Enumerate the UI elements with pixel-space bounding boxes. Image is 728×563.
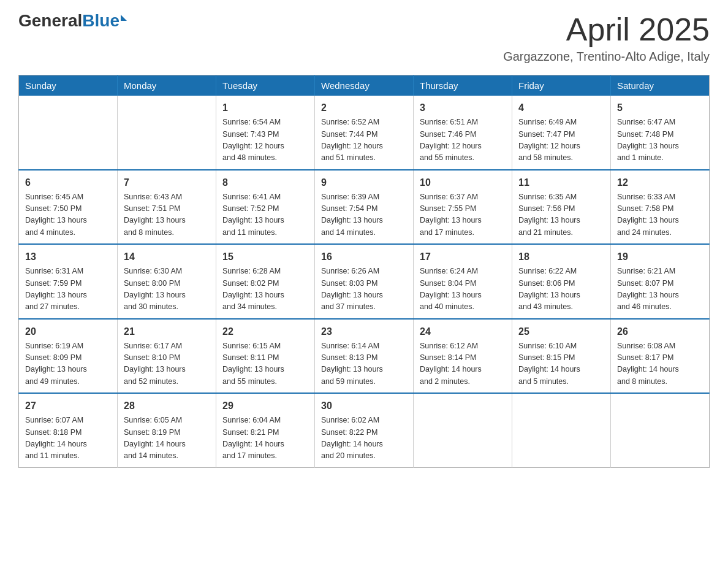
day-number: 28 <box>124 399 210 413</box>
calendar-table: SundayMondayTuesdayWednesdayThursdayFrid… <box>18 75 710 468</box>
day-info: Sunrise: 6:30 AM Sunset: 8:00 PM Dayligh… <box>124 266 210 313</box>
calendar-cell: 6Sunrise: 6:45 AM Sunset: 7:50 PM Daylig… <box>19 170 118 245</box>
day-info: Sunrise: 6:41 AM Sunset: 7:52 PM Dayligh… <box>222 191 308 239</box>
day-info: Sunrise: 6:17 AM Sunset: 8:10 PM Dayligh… <box>124 340 210 388</box>
page-subtitle: Gargazzone, Trentino-Alto Adige, Italy <box>503 50 710 64</box>
calendar-cell: 4Sunrise: 6:49 AM Sunset: 7:47 PM Daylig… <box>512 96 611 170</box>
day-info: Sunrise: 6:52 AM Sunset: 7:44 PM Dayligh… <box>321 117 407 164</box>
week-row-3: 13Sunrise: 6:31 AM Sunset: 7:59 PM Dayli… <box>19 244 710 319</box>
day-number: 10 <box>420 175 506 190</box>
day-number: 19 <box>617 250 703 264</box>
calendar-cell: 23Sunrise: 6:14 AM Sunset: 8:13 PM Dayli… <box>315 319 414 394</box>
calendar-cell: 10Sunrise: 6:37 AM Sunset: 7:55 PM Dayli… <box>414 170 512 245</box>
day-number: 11 <box>518 175 604 190</box>
calendar-cell: 2Sunrise: 6:52 AM Sunset: 7:44 PM Daylig… <box>315 96 414 170</box>
day-info: Sunrise: 6:15 AM Sunset: 8:11 PM Dayligh… <box>222 340 308 388</box>
day-number: 21 <box>124 324 210 339</box>
day-number: 24 <box>420 324 506 339</box>
calendar-cell: 5Sunrise: 6:47 AM Sunset: 7:48 PM Daylig… <box>611 96 710 170</box>
calendar-cell: 8Sunrise: 6:41 AM Sunset: 7:52 PM Daylig… <box>216 170 315 245</box>
day-info: Sunrise: 6:37 AM Sunset: 7:55 PM Dayligh… <box>420 191 506 239</box>
day-info: Sunrise: 6:35 AM Sunset: 7:56 PM Dayligh… <box>518 191 604 239</box>
day-number: 17 <box>420 250 506 264</box>
calendar-body: 1Sunrise: 6:54 AM Sunset: 7:43 PM Daylig… <box>19 96 710 467</box>
day-info: Sunrise: 6:54 AM Sunset: 7:43 PM Dayligh… <box>222 117 308 164</box>
calendar-cell: 22Sunrise: 6:15 AM Sunset: 8:11 PM Dayli… <box>216 319 315 394</box>
day-info: Sunrise: 6:51 AM Sunset: 7:46 PM Dayligh… <box>420 117 506 164</box>
day-number: 1 <box>222 101 308 115</box>
logo-general: General <box>18 12 82 29</box>
day-info: Sunrise: 6:08 AM Sunset: 8:17 PM Dayligh… <box>617 340 703 388</box>
week-row-5: 27Sunrise: 6:07 AM Sunset: 8:18 PM Dayli… <box>19 393 710 467</box>
calendar-cell: 16Sunrise: 6:26 AM Sunset: 8:03 PM Dayli… <box>315 244 414 319</box>
calendar-cell <box>512 393 611 467</box>
day-number: 30 <box>321 399 407 413</box>
day-number: 29 <box>222 399 308 413</box>
day-info: Sunrise: 6:47 AM Sunset: 7:48 PM Dayligh… <box>617 117 703 164</box>
calendar-cell: 24Sunrise: 6:12 AM Sunset: 8:14 PM Dayli… <box>414 319 512 394</box>
logo-blue-text: Blue <box>82 12 119 29</box>
day-number: 5 <box>617 101 703 115</box>
day-info: Sunrise: 6:19 AM Sunset: 8:09 PM Dayligh… <box>25 340 111 388</box>
day-header-wednesday: Wednesday <box>315 75 414 96</box>
day-number: 6 <box>25 175 111 190</box>
day-info: Sunrise: 6:05 AM Sunset: 8:19 PM Dayligh… <box>124 415 210 462</box>
day-info: Sunrise: 6:07 AM Sunset: 8:18 PM Dayligh… <box>25 415 111 462</box>
calendar-cell: 27Sunrise: 6:07 AM Sunset: 8:18 PM Dayli… <box>19 393 118 467</box>
day-header-friday: Friday <box>512 75 611 96</box>
day-info: Sunrise: 6:22 AM Sunset: 8:06 PM Dayligh… <box>518 266 604 313</box>
day-info: Sunrise: 6:12 AM Sunset: 8:14 PM Dayligh… <box>420 340 506 388</box>
day-info: Sunrise: 6:02 AM Sunset: 8:22 PM Dayligh… <box>321 415 407 462</box>
day-info: Sunrise: 6:49 AM Sunset: 7:47 PM Dayligh… <box>518 117 604 164</box>
day-info: Sunrise: 6:45 AM Sunset: 7:50 PM Dayligh… <box>25 191 111 239</box>
calendar-cell: 7Sunrise: 6:43 AM Sunset: 7:51 PM Daylig… <box>118 170 216 245</box>
week-row-1: 1Sunrise: 6:54 AM Sunset: 7:43 PM Daylig… <box>19 96 710 170</box>
day-number: 13 <box>25 250 111 264</box>
day-info: Sunrise: 6:28 AM Sunset: 8:02 PM Dayligh… <box>222 266 308 313</box>
calendar-cell: 28Sunrise: 6:05 AM Sunset: 8:19 PM Dayli… <box>118 393 216 467</box>
day-info: Sunrise: 6:14 AM Sunset: 8:13 PM Dayligh… <box>321 340 407 388</box>
day-header-saturday: Saturday <box>611 75 710 96</box>
title-area: April 2025 Gargazzone, Trentino-Alto Adi… <box>503 12 710 64</box>
day-number: 25 <box>518 324 604 339</box>
calendar-cell <box>414 393 512 467</box>
day-info: Sunrise: 6:10 AM Sunset: 8:15 PM Dayligh… <box>518 340 604 388</box>
logo: General Blue <box>18 12 127 29</box>
day-number: 12 <box>617 175 703 190</box>
day-number: 2 <box>321 101 407 115</box>
logo-triangle-icon <box>121 15 127 21</box>
day-number: 9 <box>321 175 407 190</box>
page-title: April 2025 <box>503 12 710 47</box>
calendar-cell: 29Sunrise: 6:04 AM Sunset: 8:21 PM Dayli… <box>216 393 315 467</box>
day-number: 22 <box>222 324 308 339</box>
calendar-cell: 9Sunrise: 6:39 AM Sunset: 7:54 PM Daylig… <box>315 170 414 245</box>
calendar-cell: 3Sunrise: 6:51 AM Sunset: 7:46 PM Daylig… <box>414 96 512 170</box>
calendar-cell <box>19 96 118 170</box>
day-number: 3 <box>420 101 506 115</box>
day-number: 8 <box>222 175 308 190</box>
logo-blue-part: Blue <box>82 12 127 29</box>
calendar-cell: 21Sunrise: 6:17 AM Sunset: 8:10 PM Dayli… <box>118 319 216 394</box>
day-number: 26 <box>617 324 703 339</box>
day-info: Sunrise: 6:39 AM Sunset: 7:54 PM Dayligh… <box>321 191 407 239</box>
day-info: Sunrise: 6:31 AM Sunset: 7:59 PM Dayligh… <box>25 266 111 313</box>
day-number: 14 <box>124 250 210 264</box>
day-info: Sunrise: 6:21 AM Sunset: 8:07 PM Dayligh… <box>617 266 703 313</box>
calendar-cell: 11Sunrise: 6:35 AM Sunset: 7:56 PM Dayli… <box>512 170 611 245</box>
day-header-tuesday: Tuesday <box>216 75 315 96</box>
week-row-2: 6Sunrise: 6:45 AM Sunset: 7:50 PM Daylig… <box>19 170 710 245</box>
day-info: Sunrise: 6:04 AM Sunset: 8:21 PM Dayligh… <box>222 415 308 462</box>
calendar-cell: 25Sunrise: 6:10 AM Sunset: 8:15 PM Dayli… <box>512 319 611 394</box>
calendar-cell: 13Sunrise: 6:31 AM Sunset: 7:59 PM Dayli… <box>19 244 118 319</box>
day-number: 20 <box>25 324 111 339</box>
calendar-cell: 20Sunrise: 6:19 AM Sunset: 8:09 PM Dayli… <box>19 319 118 394</box>
calendar-header: SundayMondayTuesdayWednesdayThursdayFrid… <box>19 75 710 96</box>
day-info: Sunrise: 6:33 AM Sunset: 7:58 PM Dayligh… <box>617 191 703 239</box>
logo-text: General Blue <box>18 12 127 29</box>
header: General Blue April 2025 Gargazzone, Tren… <box>18 12 710 64</box>
calendar-cell <box>118 96 216 170</box>
day-info: Sunrise: 6:26 AM Sunset: 8:03 PM Dayligh… <box>321 266 407 313</box>
day-header-thursday: Thursday <box>414 75 512 96</box>
calendar-cell: 18Sunrise: 6:22 AM Sunset: 8:06 PM Dayli… <box>512 244 611 319</box>
day-number: 27 <box>25 399 111 413</box>
